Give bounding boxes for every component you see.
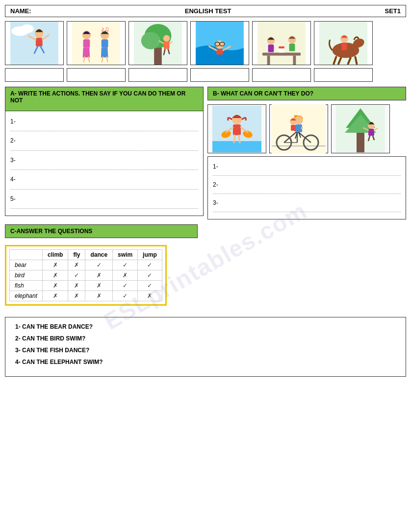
bird-fly: ✓ xyxy=(68,270,85,281)
svg-rect-26 xyxy=(164,42,170,49)
elephant-climb: ✗ xyxy=(43,291,68,301)
svg-point-25 xyxy=(163,35,170,42)
section-a-header: A- WRITE THE ACTIONS. THEN SAY IF YOU CA… xyxy=(5,87,204,111)
image-1 xyxy=(5,21,64,65)
section-c: C-ANSWER THE QUESTIONS xyxy=(5,224,406,238)
bear-climb: ✗ xyxy=(43,260,68,270)
col-climb: climb xyxy=(43,250,68,260)
svg-rect-48 xyxy=(279,47,284,48)
svg-rect-44 xyxy=(268,45,274,52)
svg-rect-46 xyxy=(289,44,295,51)
table-row: fish ✗ ✗ ✗ ✓ ✓ xyxy=(10,281,162,291)
elephant-jump: ✗ xyxy=(138,291,162,301)
text-input-2[interactable] xyxy=(67,68,126,82)
question-2: 2- CAN THE BIRD SWIM? xyxy=(15,335,396,342)
svg-rect-39 xyxy=(257,22,306,65)
animal-table: climb fly dance swim jump bear ✗ ✗ ✓ ✓ ✓ xyxy=(9,249,162,301)
col-animal xyxy=(10,250,43,260)
section-b-line-3-label: 3- xyxy=(213,199,218,206)
svg-rect-59 xyxy=(212,141,261,152)
text-input-3[interactable] xyxy=(128,68,187,82)
bear-swim: ✓ xyxy=(113,260,138,270)
svg-marker-13 xyxy=(83,48,90,58)
animal-table-container: climb fly dance swim jump bear ✗ ✗ ✓ ✓ ✓ xyxy=(5,245,167,306)
bird-dance: ✗ xyxy=(85,270,113,281)
section-b-img-1 xyxy=(207,104,266,153)
section-c-title: C-ANSWER THE QUESTIONS xyxy=(10,228,92,235)
section-b-lines[interactable]: 1- 2- 3- xyxy=(207,156,406,219)
text-input-1[interactable] xyxy=(5,68,64,82)
col-swim: swim xyxy=(113,250,138,260)
image-row: ♪♫ xyxy=(5,21,406,65)
svg-rect-42 xyxy=(293,55,296,65)
section-b-img-2 xyxy=(269,104,328,153)
svg-rect-40 xyxy=(262,53,301,56)
question-3: 3- CAN THE FISH DANCE? xyxy=(15,347,396,354)
question-4: 4- CAN THE ELEPHANT SWIM? xyxy=(15,359,396,365)
svg-rect-63 xyxy=(233,124,241,135)
animal-name: bird xyxy=(10,270,43,281)
fish-dance: ✗ xyxy=(85,281,113,291)
text-input-5[interactable] xyxy=(252,68,311,82)
set-label: SET1 xyxy=(385,7,401,15)
section-b-line-1-label: 1- xyxy=(213,163,218,170)
elephant-fly: ✗ xyxy=(68,291,85,301)
section-a-content[interactable]: 1- 2- 3- 4- 5- xyxy=(5,111,204,216)
animal-name: fish xyxy=(10,281,43,291)
svg-marker-18 xyxy=(101,48,108,58)
bird-swim: ✗ xyxy=(113,270,138,281)
bear-dance: ✓ xyxy=(85,260,113,270)
image-6 xyxy=(314,21,373,65)
question-1: 1- CAN THE BEAR DANCE? xyxy=(15,323,396,330)
section-b-images xyxy=(207,104,406,153)
section-a: A- WRITE THE ACTIONS. THEN SAY IF YOU CA… xyxy=(5,87,204,219)
bear-fly: ✗ xyxy=(68,260,85,270)
text-input-4[interactable] xyxy=(190,68,249,82)
section-b-img-3 xyxy=(331,104,390,153)
section-b: B- WHAT CAN OR CAN'T THEY DO? xyxy=(207,87,406,219)
svg-rect-85 xyxy=(291,125,296,131)
section-c-header: C-ANSWER THE QUESTIONS xyxy=(5,224,198,238)
fish-fly: ✗ xyxy=(68,281,85,291)
section-b-line-2-label: 2- xyxy=(213,181,218,188)
table-row: bear ✗ ✗ ✓ ✓ ✓ xyxy=(10,260,162,270)
svg-line-66 xyxy=(234,135,235,143)
col-dance: dance xyxy=(85,250,113,260)
animal-name: elephant xyxy=(10,291,43,301)
table-row: bird ✗ ✓ ✗ ✗ ✓ xyxy=(10,270,162,281)
image-5 xyxy=(252,21,311,65)
svg-point-2 xyxy=(21,24,34,33)
bird-jump: ✓ xyxy=(138,270,162,281)
fish-climb: ✗ xyxy=(43,281,68,291)
bird-climb: ✗ xyxy=(43,270,68,281)
col-jump: jump xyxy=(138,250,162,260)
fish-swim: ✓ xyxy=(113,281,138,291)
table-header-row: climb fly dance swim jump xyxy=(10,250,162,260)
questions-box: 1- CAN THE BEAR DANCE? 2- CAN THE BIRD S… xyxy=(5,317,406,377)
text-input-6[interactable] xyxy=(314,68,373,82)
svg-line-67 xyxy=(239,135,240,143)
svg-rect-33 xyxy=(216,49,223,55)
table-row: elephant ✗ ✗ ✗ ✓ ✗ xyxy=(10,291,162,301)
section-b-title: B- WHAT CAN OR CAN'T THEY DO? xyxy=(213,90,313,97)
image-2: ♪♫ xyxy=(67,21,126,65)
col-fly: fly xyxy=(68,250,85,260)
section-a-title: A- WRITE THE ACTIONS. THEN SAY IF YOU CA… xyxy=(10,90,185,104)
text-input-row xyxy=(5,68,406,82)
ab-section-row: A- WRITE THE ACTIONS. THEN SAY IF YOU CA… xyxy=(5,87,406,219)
svg-rect-57 xyxy=(341,43,347,50)
elephant-swim: ✓ xyxy=(113,291,138,301)
svg-rect-91 xyxy=(368,129,374,136)
elephant-dance: ✗ xyxy=(85,291,113,301)
name-label: NAME: xyxy=(10,7,31,15)
page-header: NAME: ENGLISH TEST SET1 xyxy=(5,5,406,17)
image-4 xyxy=(190,21,249,65)
svg-rect-9 xyxy=(72,22,120,65)
svg-rect-17 xyxy=(102,39,108,48)
animal-name: bear xyxy=(10,260,43,270)
svg-rect-12 xyxy=(83,39,90,48)
section-b-header: B- WHAT CAN OR CAN'T THEY DO? xyxy=(207,87,406,100)
svg-rect-4 xyxy=(36,38,43,47)
fish-jump: ✓ xyxy=(138,281,162,291)
page-title: ENGLISH TEST xyxy=(185,7,231,15)
